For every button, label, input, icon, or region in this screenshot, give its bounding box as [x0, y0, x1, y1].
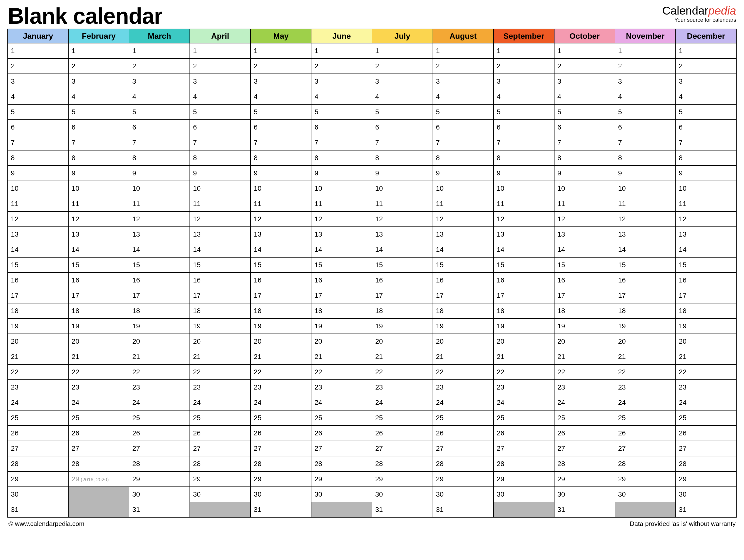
month-header-october: October [554, 29, 615, 43]
day-cell: 26 [676, 425, 736, 441]
day-cell: 27 [311, 441, 372, 456]
day-cell: 3 [433, 74, 493, 89]
day-cell: 14 [493, 242, 554, 257]
day-cell: 6 [251, 120, 311, 135]
month-header-march: March [129, 29, 190, 43]
day-cell: 2 [68, 59, 129, 74]
day-cell: 26 [190, 425, 251, 441]
day-cell: 16 [311, 272, 372, 288]
day-cell: 29 [251, 472, 311, 487]
day-row: 272727272727272727272727 [8, 441, 736, 456]
day-cell: 16 [372, 272, 433, 288]
day-cell: 18 [8, 303, 68, 319]
day-cell: 19 [190, 319, 251, 334]
day-cell: 11 [493, 196, 554, 212]
day-cell: 12 [433, 212, 493, 227]
day-cell: 14 [190, 242, 251, 257]
day-cell: 31 [129, 502, 190, 517]
day-cell: 10 [615, 181, 676, 196]
day-cell: 19 [251, 319, 311, 334]
day-cell: 18 [129, 303, 190, 319]
day-row: 101010101010101010101010 [8, 181, 736, 196]
day-cell: 27 [493, 441, 554, 456]
day-cell: 18 [493, 303, 554, 319]
day-cell: 30 [493, 487, 554, 502]
day-cell: 18 [372, 303, 433, 319]
day-cell: 6 [190, 120, 251, 135]
day-cell: 5 [433, 104, 493, 120]
day-cell: 26 [372, 425, 433, 441]
day-cell: 6 [493, 120, 554, 135]
day-cell: 28 [493, 456, 554, 472]
day-cell: 19 [311, 319, 372, 334]
day-cell: 17 [311, 288, 372, 303]
day-cell: 5 [8, 104, 68, 120]
day-cell: 15 [615, 257, 676, 272]
day-row: 3030303030303030303030 [8, 487, 736, 502]
day-cell: 4 [251, 89, 311, 104]
day-row: 2929(2016, 2020)29292929292929292929 [8, 472, 736, 487]
day-cell: 9 [68, 165, 129, 181]
day-cell: 20 [433, 334, 493, 349]
day-cell: 12 [190, 212, 251, 227]
day-cell: 31 [554, 502, 615, 517]
day-cell: 2 [129, 59, 190, 74]
day-cell: 13 [433, 227, 493, 242]
day-cell: 9 [190, 165, 251, 181]
page-title: Blank calendar [8, 5, 162, 27]
day-cell: 31 [372, 502, 433, 517]
day-cell: 21 [68, 349, 129, 364]
day-cell: 5 [68, 104, 129, 120]
day-cell: 2 [554, 59, 615, 74]
day-cell: 12 [8, 212, 68, 227]
day-cell: 26 [311, 425, 372, 441]
day-cell: 13 [68, 227, 129, 242]
day-cell: 24 [311, 395, 372, 410]
day-cell: 9 [676, 165, 736, 181]
day-cell: 4 [433, 89, 493, 104]
day-cell: 1 [8, 43, 68, 59]
day-cell: 1 [129, 43, 190, 59]
day-cell: 28 [190, 456, 251, 472]
day-cell: 1 [554, 43, 615, 59]
day-row: 121212121212121212121212 [8, 212, 736, 227]
day-cell: 16 [190, 272, 251, 288]
day-cell: 25 [311, 410, 372, 425]
day-cell: 5 [493, 104, 554, 120]
day-cell: 23 [129, 380, 190, 395]
day-cell: 3 [372, 74, 433, 89]
day-cell: 20 [615, 334, 676, 349]
day-cell: 9 [129, 165, 190, 181]
day-cell: 21 [311, 349, 372, 364]
day-row: 131313131313131313131313 [8, 227, 736, 242]
day-cell: 18 [68, 303, 129, 319]
day-cell: 8 [311, 150, 372, 165]
day-cell: 5 [676, 104, 736, 120]
day-cell: 19 [676, 319, 736, 334]
day-cell: 15 [190, 257, 251, 272]
day-cell: 23 [311, 380, 372, 395]
day-cell: 16 [68, 272, 129, 288]
day-cell: 16 [8, 272, 68, 288]
day-cell: 22 [190, 364, 251, 380]
day-cell: 31 [433, 502, 493, 517]
day-cell: 23 [251, 380, 311, 395]
day-cell: 18 [251, 303, 311, 319]
day-cell: 30 [372, 487, 433, 502]
day-cell: 21 [554, 349, 615, 364]
day-cell: 3 [493, 74, 554, 89]
month-header-july: July [372, 29, 433, 43]
day-cell: 15 [433, 257, 493, 272]
day-cell: 4 [493, 89, 554, 104]
day-cell: 22 [251, 364, 311, 380]
day-cell: 4 [311, 89, 372, 104]
day-cell: 10 [372, 181, 433, 196]
day-cell: 10 [554, 181, 615, 196]
day-cell: 24 [372, 395, 433, 410]
day-cell: 21 [8, 349, 68, 364]
day-cell: 28 [8, 456, 68, 472]
day-cell: 13 [676, 227, 736, 242]
day-cell: 1 [68, 43, 129, 59]
day-cell [493, 502, 554, 517]
day-cell: 1 [676, 43, 736, 59]
